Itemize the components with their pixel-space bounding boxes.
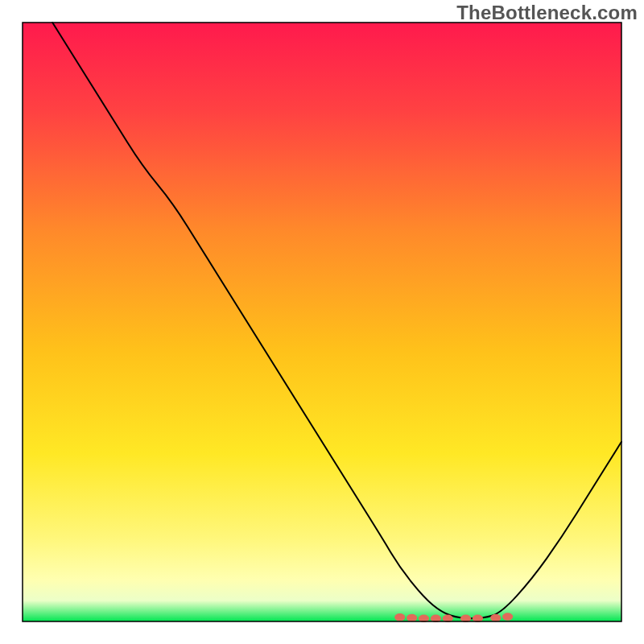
plot-background <box>23 23 621 621</box>
chart-svg <box>0 0 644 644</box>
minimum-marker <box>502 613 513 621</box>
minimum-marker <box>490 614 501 622</box>
chart-stage: TheBottleneck.com <box>0 0 644 644</box>
minimum-marker <box>394 613 405 621</box>
minimum-marker <box>407 614 417 622</box>
